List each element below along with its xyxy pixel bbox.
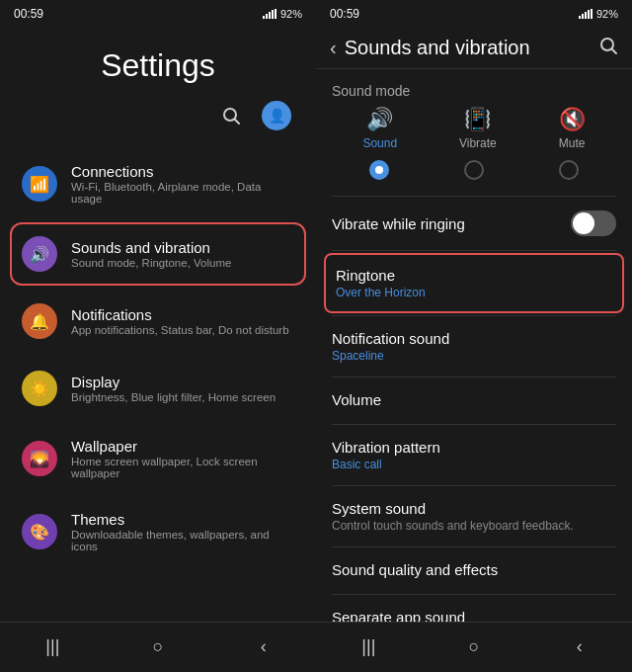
vibrate-icon: 📳 xyxy=(464,107,491,132)
notifications-title: Notifications xyxy=(71,306,289,323)
svg-line-13 xyxy=(612,49,617,54)
settings-item-wallpaper[interactable]: 🌄 Wallpaper Home screen wallpaper, Lock … xyxy=(10,424,306,493)
right-header: ‹ Sounds and vibration xyxy=(316,28,632,69)
notification-sound-title: Notification sound xyxy=(332,330,616,347)
svg-rect-11 xyxy=(591,9,592,19)
settings-list: 📶 Connections Wi-Fi, Bluetooth, Airplane… xyxy=(0,149,316,622)
svg-rect-1 xyxy=(266,14,268,19)
notifications-icon: 🔔 xyxy=(22,303,57,339)
right-nav-bar: ||| ○ ‹ xyxy=(316,622,632,672)
svg-rect-9 xyxy=(585,12,587,19)
wallpaper-text: Wallpaper Home screen wallpaper, Lock sc… xyxy=(71,438,294,479)
system-sound-row[interactable]: System sound Control touch sounds and ke… xyxy=(316,486,632,546)
left-nav-home[interactable]: ○ xyxy=(138,632,178,660)
sound-option-mute[interactable]: 🔇 Mute xyxy=(559,107,586,150)
display-text: Display Brightness, Blue light filter, H… xyxy=(71,374,276,403)
left-time: 00:59 xyxy=(14,7,43,21)
volume-row[interactable]: Volume xyxy=(316,378,632,424)
vibrate-while-ringing-row[interactable]: Vibrate while ringing xyxy=(316,197,632,250)
signal-icon xyxy=(263,9,276,19)
radio-vibrate[interactable] xyxy=(464,160,484,180)
right-nav-home[interactable]: ○ xyxy=(454,632,494,660)
left-status-bar: 00:59 92% xyxy=(0,0,316,28)
ringtone-title: Ringtone xyxy=(336,267,612,284)
radio-sound[interactable] xyxy=(369,160,389,180)
sound-label: Sound xyxy=(362,136,397,150)
mute-label: Mute xyxy=(559,136,586,150)
profile-button[interactable]: 👤 xyxy=(261,100,292,131)
search-row: 👤 xyxy=(20,100,296,131)
vibrate-while-ringing-toggle[interactable] xyxy=(571,210,616,236)
display-title: Display xyxy=(71,374,276,390)
search-button[interactable] xyxy=(215,100,247,131)
right-header-title: Sounds and vibration xyxy=(345,37,598,59)
divider-2 xyxy=(332,250,616,251)
notifications-text: Notifications App notifications, Status … xyxy=(71,306,289,336)
header-search-button[interactable] xyxy=(598,36,618,60)
svg-rect-4 xyxy=(275,9,276,19)
vibration-pattern-value: Basic call xyxy=(332,458,616,471)
right-signal-icon xyxy=(579,9,592,19)
svg-rect-0 xyxy=(263,16,265,19)
sound-quality-title: Sound quality and effects xyxy=(332,561,616,578)
radio-mute[interactable] xyxy=(559,160,579,180)
display-icon: ☀️ xyxy=(22,371,57,406)
settings-title: Settings xyxy=(101,47,215,84)
sound-mode-section: 🔊 Sound 📳 Vibrate 🔇 Mute xyxy=(316,107,632,196)
vibration-pattern-row[interactable]: Vibration pattern Basic call xyxy=(316,425,632,485)
svg-line-6 xyxy=(235,120,240,125)
notifications-subtitle: App notifications, Status bar, Do not di… xyxy=(71,324,289,336)
left-nav-recent[interactable]: ||| xyxy=(33,632,72,660)
themes-title: Themes xyxy=(71,511,294,528)
ringtone-row[interactable]: Ringtone Over the Horizon xyxy=(324,253,624,313)
system-sound-subtitle: Control touch sounds and keyboard feedba… xyxy=(332,519,616,533)
right-status-bar: 00:59 92% xyxy=(316,0,632,28)
themes-text: Themes Downloadable themes, wallpapers, … xyxy=(71,511,294,552)
wallpaper-icon: 🌄 xyxy=(22,441,57,476)
settings-item-display[interactable]: ☀️ Display Brightness, Blue light filter… xyxy=(10,357,306,420)
left-panel: 00:59 92% Settings 👤 xyxy=(0,0,316,672)
svg-rect-3 xyxy=(272,10,274,19)
separate-app-sound-row[interactable]: Separate app sound xyxy=(316,595,632,622)
themes-subtitle: Downloadable themes, wallpapers, and ico… xyxy=(71,529,294,552)
right-nav-back[interactable]: ‹ xyxy=(560,632,599,660)
sound-mode-options: 🔊 Sound 📳 Vibrate 🔇 Mute xyxy=(332,107,616,150)
right-status-right: 92% xyxy=(579,8,618,20)
back-button[interactable]: ‹ xyxy=(330,37,337,59)
settings-item-sounds[interactable]: 🔊 Sounds and vibration Sound mode, Ringt… xyxy=(10,222,306,286)
right-panel: 00:59 92% ‹ Sounds and vibration Sound m… xyxy=(316,0,632,672)
sound-option-vibrate[interactable]: 📳 Vibrate xyxy=(459,107,497,150)
svg-rect-2 xyxy=(269,12,271,19)
svg-rect-8 xyxy=(582,14,584,19)
sound-option-sound[interactable]: 🔊 Sound xyxy=(362,107,397,150)
settings-item-notifications[interactable]: 🔔 Notifications App notifications, Statu… xyxy=(10,290,306,353)
left-battery: 92% xyxy=(280,8,302,20)
radio-row xyxy=(332,160,616,180)
sounds-text: Sounds and vibration Sound mode, Rington… xyxy=(71,239,231,269)
left-status-right: 92% xyxy=(263,8,302,20)
settings-item-connections[interactable]: 📶 Connections Wi-Fi, Bluetooth, Airplane… xyxy=(10,149,306,218)
right-nav-recent[interactable]: ||| xyxy=(349,632,388,660)
settings-title-area: Settings 👤 xyxy=(0,28,316,149)
left-nav-back[interactable]: ‹ xyxy=(244,632,283,660)
sounds-title: Sounds and vibration xyxy=(71,239,231,256)
wallpaper-title: Wallpaper xyxy=(71,438,294,455)
notification-sound-row[interactable]: Notification sound Spaceline xyxy=(316,316,632,377)
left-nav-bar: ||| ○ ‹ xyxy=(0,622,316,672)
system-sound-title: System sound xyxy=(332,500,616,517)
ringtone-value: Over the Horizon xyxy=(336,286,612,299)
vibrate-label: Vibrate xyxy=(459,136,497,150)
svg-rect-7 xyxy=(579,16,581,19)
right-time: 00:59 xyxy=(330,7,359,21)
right-content: Sound mode 🔊 Sound 📳 Vibrate 🔇 Mute xyxy=(316,69,632,622)
settings-item-themes[interactable]: 🎨 Themes Downloadable themes, wallpapers… xyxy=(10,497,306,566)
connections-title: Connections xyxy=(71,163,294,180)
themes-icon: 🎨 xyxy=(22,514,57,549)
display-subtitle: Brightness, Blue light filter, Home scre… xyxy=(71,391,276,403)
sound-mode-label: Sound mode xyxy=(316,69,632,107)
profile-avatar: 👤 xyxy=(262,101,291,130)
sound-quality-row[interactable]: Sound quality and effects xyxy=(316,547,632,594)
vibrate-while-ringing-label: Vibrate while ringing xyxy=(332,215,465,232)
sound-icon: 🔊 xyxy=(366,107,393,132)
connections-text: Connections Wi-Fi, Bluetooth, Airplane m… xyxy=(71,163,294,205)
